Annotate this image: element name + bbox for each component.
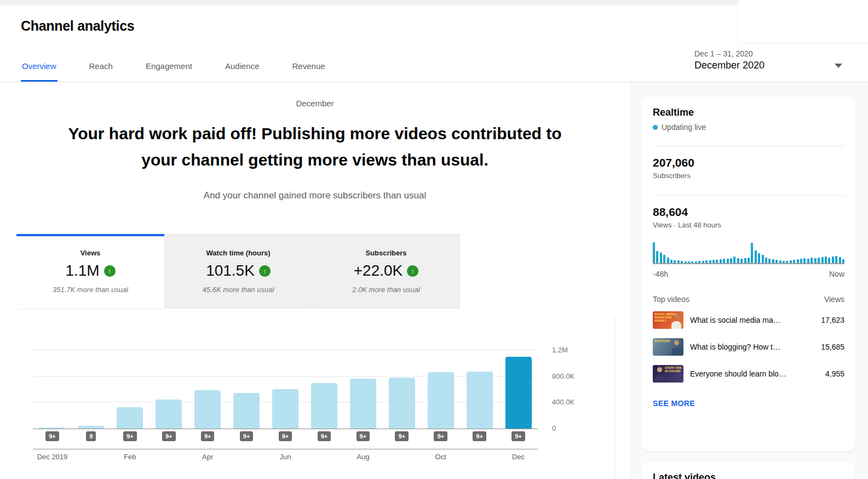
dropdown-caret-icon[interactable] <box>835 64 842 68</box>
videos-published-badge[interactable]: 9+ <box>162 431 176 441</box>
top-videos-header: Top videos Views <box>653 295 844 304</box>
bar-may[interactable] <box>233 393 260 429</box>
badge-slot: 9+ <box>304 431 343 441</box>
tab-overview[interactable]: Overview <box>21 61 58 82</box>
spark-bar <box>667 258 669 263</box>
bar-slot <box>150 327 188 429</box>
bar-dec-2019[interactable] <box>39 427 65 429</box>
metric-value: 101.5K <box>206 262 255 280</box>
tab-reach[interactable]: Reach <box>88 61 114 82</box>
bar-nov[interactable] <box>467 372 493 429</box>
top-video-row[interactable]: EVERY ONEBLOGGINGEveryone should learn b… <box>653 365 844 383</box>
realtime-card: Realtime Updating live 207,060 Subscribe… <box>642 97 855 451</box>
bar-feb[interactable] <box>117 407 143 429</box>
metric-tab-views[interactable]: Views1.1M↑351.7K more than usual <box>16 234 164 309</box>
bar-aug[interactable] <box>350 379 376 429</box>
metric-value-row: +22.0K↑ <box>312 262 460 280</box>
bar-slot <box>460 327 499 429</box>
videos-published-badge[interactable]: 9+ <box>201 431 215 441</box>
spark-bar <box>688 261 690 263</box>
top-video-row[interactable]: SOCIAL MEDIAMARKETINGAGENCYWhat is socia… <box>653 311 844 329</box>
metric-delta: 351.7K more than usual <box>16 286 164 294</box>
video-thumbnail: BLOGGING <box>653 338 683 356</box>
bar-slot <box>227 327 266 429</box>
videos-published-badge[interactable]: 9+ <box>395 431 409 441</box>
videos-published-badge[interactable]: 9+ <box>473 431 486 441</box>
sidebar: Realtime Updating live 207,060 Subscribe… <box>630 82 868 479</box>
top-right-panel <box>738 0 868 43</box>
bar-jun[interactable] <box>272 389 298 429</box>
bar-jan[interactable] <box>78 426 104 429</box>
videos-published-badge[interactable]: 9+ <box>45 431 59 441</box>
spark-bar <box>737 258 739 263</box>
divider <box>653 146 844 146</box>
spark-bar <box>709 260 711 263</box>
badge-slot: 9+ <box>343 431 382 441</box>
y-axis-tick: 800.0K <box>552 372 574 380</box>
person-head <box>674 340 679 345</box>
bar-oct[interactable] <box>428 372 454 429</box>
tab-revenue[interactable]: Revenue <box>291 61 326 82</box>
video-title: Everyone should learn blo… <box>690 369 819 378</box>
spark-bar <box>702 261 704 263</box>
video-thumbnail: SOCIAL MEDIAMARKETINGAGENCY <box>653 311 683 329</box>
tab-engagement[interactable]: Engagement <box>145 61 193 82</box>
bar-slot <box>499 327 538 429</box>
badge-slot: 9+ <box>382 431 421 441</box>
spark-bar <box>730 258 732 263</box>
videos-published-badge[interactable]: 9 <box>86 431 96 441</box>
bar-dec[interactable] <box>505 357 532 429</box>
spark-bar <box>691 261 693 263</box>
bar-slot <box>304 327 343 429</box>
spark-bar <box>814 258 817 263</box>
bar-slot <box>72 327 111 429</box>
videos-published-badge[interactable]: 9+ <box>318 431 331 441</box>
spark-bar <box>793 260 795 263</box>
video-views: 17,623 <box>821 316 844 324</box>
see-more-link[interactable]: SEE MORE <box>653 399 695 408</box>
spark-bar <box>803 258 806 263</box>
bar-slot <box>111 327 150 429</box>
videos-published-badge[interactable]: 9+ <box>279 431 292 441</box>
top-video-row[interactable]: BLOGGINGWhat is blogging? How t…15,685 <box>653 338 844 356</box>
badge-slot: 9 <box>72 431 111 441</box>
bar-jul[interactable] <box>311 383 337 429</box>
person-body <box>671 348 681 356</box>
metric-value: +22.0K <box>354 262 403 280</box>
x-axis-labels: Dec 2019FebAprJunAugOctDec <box>33 453 538 461</box>
overview-main: December Your hard work paid off! Publis… <box>0 82 630 479</box>
metric-label: Subscribers <box>312 249 460 257</box>
videos-published-badge[interactable]: 9+ <box>240 431 254 441</box>
videos-published-badge[interactable]: 9+ <box>123 431 137 441</box>
content: December Your hard work paid off! Publis… <box>0 82 868 479</box>
x-axis-tick <box>150 453 188 461</box>
spark-bar <box>656 251 658 263</box>
insight-month-label: December <box>0 99 630 108</box>
spark-bar <box>670 260 672 263</box>
badge-slot: 9+ <box>499 431 538 441</box>
videos-published-badge[interactable]: 9+ <box>511 431 525 441</box>
spark-bar <box>751 243 753 263</box>
bar-apr[interactable] <box>194 390 221 429</box>
spark-bar <box>818 258 820 263</box>
spark-bar <box>705 260 708 263</box>
spark-bar <box>674 260 676 263</box>
spark-bar <box>786 261 788 263</box>
date-range-picker[interactable]: Dec 1 – 31, 2020 December 2020 <box>694 49 844 71</box>
bar-mar[interactable] <box>156 400 182 429</box>
latest-videos-title: Latest videos <box>653 472 844 479</box>
videos-published-badge[interactable]: 9+ <box>357 431 370 441</box>
spark-bar <box>839 257 841 263</box>
bar-sep[interactable] <box>389 378 415 429</box>
date-range-text: Dec 1 – 31, 2020 <box>694 49 844 58</box>
spark-bar <box>842 259 844 263</box>
metric-tab-watch-time[interactable]: Watch time (hours)101.5K↑45.6K more than… <box>164 234 312 309</box>
metric-value-row: 1.1M↑ <box>16 262 164 280</box>
tab-audience[interactable]: Audience <box>224 61 261 82</box>
videos-published-badge[interactable]: 9+ <box>434 431 447 441</box>
video-title: What is social media ma… <box>690 316 814 324</box>
spark-bar <box>779 260 781 263</box>
metric-tab-subscribers[interactable]: Subscribers+22.0K↑2.0K more than usual <box>312 234 460 309</box>
metric-tabs: Views1.1M↑351.7K more than usualWatch ti… <box>16 234 460 309</box>
insight-headline: Your hard work paid off! Publishing more… <box>55 121 575 173</box>
